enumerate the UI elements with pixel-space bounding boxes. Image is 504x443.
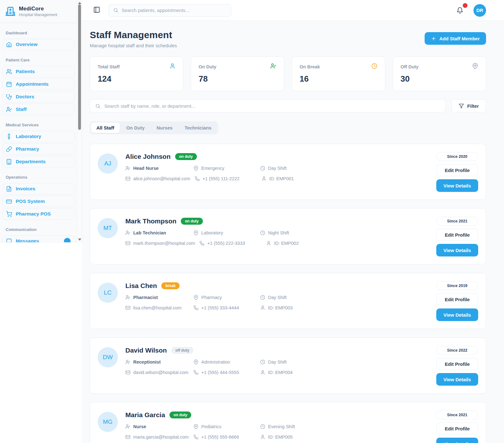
staff-card: AJ Alice Johnson on duty Head Nurse Emer… bbox=[90, 144, 486, 200]
scroll-down-icon[interactable] bbox=[78, 239, 81, 241]
view-details-button[interactable]: View Details bbox=[436, 373, 478, 386]
since-badge: Since 2021 bbox=[436, 217, 478, 226]
scroll-up-icon[interactable] bbox=[78, 2, 81, 4]
sidebar-item-label: Pharmacy bbox=[16, 146, 39, 152]
stat-card: On Duty 78 bbox=[191, 56, 284, 91]
sidebar-section-items: Invoices POS System Pharmacy POS bbox=[3, 183, 75, 220]
sidebar-content: MediCore Hospital Management Dashboard O… bbox=[0, 0, 77, 243]
since-badge: Since 2019 bbox=[436, 281, 478, 290]
sidebar-scrollbar[interactable] bbox=[77, 0, 82, 243]
staff-email: david.wilson@hospital.com bbox=[133, 370, 188, 375]
sidebar-item-appointments[interactable]: Appointments bbox=[3, 78, 75, 90]
status-badge: off duty bbox=[171, 347, 193, 354]
staff-card-list: AJ Alice Johnson on duty Head Nurse Emer… bbox=[90, 144, 486, 443]
sidebar-section-label: Medical Services bbox=[3, 123, 75, 128]
staff-phone: +1 (555) 444-5555 bbox=[201, 370, 239, 375]
tab-nurses[interactable]: Nurses bbox=[151, 123, 178, 133]
edit-profile-button[interactable]: Edit Profile bbox=[436, 229, 478, 241]
staff-phone: +1 (555) 222-3333 bbox=[207, 241, 245, 246]
brand-name: MediCore bbox=[19, 6, 57, 12]
status-badge: on duty bbox=[181, 218, 203, 225]
view-details-button[interactable]: View Details bbox=[436, 438, 478, 443]
staff-shift: Day Shift bbox=[268, 166, 287, 171]
add-staff-label: Add Staff Member bbox=[439, 36, 480, 41]
edit-profile-button[interactable]: Edit Profile bbox=[436, 293, 478, 305]
edit-profile-button[interactable]: Edit Profile bbox=[436, 423, 478, 434]
tab-technicians[interactable]: Technicians bbox=[179, 123, 217, 133]
sidebar-item-laboratory[interactable]: Laboratory bbox=[3, 131, 75, 142]
global-search-input[interactable] bbox=[122, 8, 226, 13]
tab-all-staff[interactable]: All Staff bbox=[91, 123, 120, 133]
stat-value: 124 bbox=[98, 74, 175, 84]
staff-department: Pediatrics bbox=[201, 424, 221, 429]
staff-shift: Day Shift bbox=[268, 360, 287, 365]
building-icon bbox=[6, 159, 12, 165]
sidebar-item-departments[interactable]: Departments bbox=[3, 156, 75, 167]
sidebar-section-items: Overview bbox=[3, 39, 75, 50]
staff-contact-row: david.wilson@hospital.com +1 (555) 444-5… bbox=[125, 370, 429, 375]
tab-on-duty[interactable]: On Duty bbox=[121, 123, 150, 133]
mail-icon bbox=[125, 434, 130, 440]
edit-profile-button[interactable]: Edit Profile bbox=[436, 164, 478, 176]
global-search bbox=[108, 4, 231, 17]
sidebar-section-items: Patients Appointments Doctors Staff bbox=[3, 66, 75, 115]
sidebar-toggle-button[interactable] bbox=[92, 6, 101, 15]
add-staff-button[interactable]: Add Staff Member bbox=[425, 32, 486, 45]
topbar-right: DR bbox=[455, 4, 486, 17]
map-pin-icon bbox=[472, 63, 478, 70]
staff-name: David Wilson bbox=[125, 347, 167, 354]
staff-department: Pharmacy bbox=[201, 295, 222, 300]
brand: MediCore Hospital Management bbox=[0, 0, 77, 23]
view-details-button[interactable]: View Details bbox=[436, 308, 478, 321]
brand-tagline: Hospital Management bbox=[19, 13, 57, 17]
view-details-button[interactable]: View Details bbox=[436, 244, 478, 256]
sidebar-item-pharmacy-pos[interactable]: Pharmacy POS bbox=[3, 208, 75, 220]
sidebar-section-label: Operations bbox=[3, 175, 75, 181]
sidebar-item-pos-system[interactable]: POS System bbox=[3, 196, 75, 207]
notifications-button[interactable] bbox=[455, 6, 465, 15]
clock-icon bbox=[371, 63, 377, 70]
search-icon bbox=[113, 8, 118, 13]
filter-label: Filter bbox=[467, 103, 479, 109]
view-details-button[interactable]: View Details bbox=[436, 179, 478, 192]
staff-id: ID: EMP003 bbox=[268, 305, 293, 310]
page-header: Staff Management Manage hospital staff a… bbox=[90, 30, 486, 48]
users-icon bbox=[6, 69, 12, 75]
sidebar-item-pharmacy[interactable]: Pharmacy bbox=[3, 143, 75, 155]
map-pin-icon bbox=[193, 424, 198, 429]
user-avatar[interactable]: DR bbox=[473, 4, 486, 17]
edit-profile-button[interactable]: Edit Profile bbox=[436, 358, 478, 370]
clock-icon bbox=[260, 230, 265, 235]
sidebar-item-overview[interactable]: Overview bbox=[3, 39, 75, 50]
user-check-icon bbox=[125, 360, 130, 365]
filter-button[interactable]: Filter bbox=[451, 99, 486, 112]
avatar: MG bbox=[98, 412, 118, 432]
staff-contact-row: alice.johnson@hospital.com +1 (555) 111-… bbox=[125, 176, 429, 181]
stethoscope-icon bbox=[6, 94, 12, 100]
user-icon bbox=[260, 305, 265, 310]
staff-email: lisa.chen@hospital.com bbox=[133, 305, 181, 310]
sidebar-item-label: Invoices bbox=[16, 186, 35, 192]
sidebar-item-invoices[interactable]: Invoices bbox=[3, 183, 75, 194]
sidebar-item-staff[interactable]: Staff bbox=[3, 104, 75, 115]
sidebar-item-label: Patients bbox=[16, 69, 35, 74]
brand-text: MediCore Hospital Management bbox=[19, 6, 57, 17]
home-icon bbox=[6, 42, 12, 48]
staff-search-input[interactable] bbox=[104, 103, 440, 109]
since-badge: Since 2022 bbox=[436, 346, 478, 355]
sidebar-item-messages[interactable]: Messages bbox=[3, 235, 75, 243]
staff-contact-row: lisa.chen@hospital.com +1 (555) 333-4444… bbox=[125, 305, 429, 310]
staff-shift: Night Shift bbox=[268, 230, 289, 235]
scrollbar-thumb[interactable] bbox=[78, 4, 81, 130]
sidebar-item-doctors[interactable]: Doctors bbox=[3, 91, 75, 102]
status-badge: on duty bbox=[169, 411, 191, 418]
stats-row: Total Staff 124 On Duty 78 On Break 16 O… bbox=[90, 56, 486, 91]
staff-search bbox=[90, 99, 446, 112]
staff-info-row: Pharmacist Pharmacy Day Shift bbox=[125, 295, 429, 300]
user-icon bbox=[260, 370, 265, 375]
sidebar: MediCore Hospital Management Dashboard O… bbox=[0, 0, 82, 243]
sidebar-item-patients[interactable]: Patients bbox=[3, 66, 75, 77]
status-badge: on duty bbox=[175, 153, 197, 160]
staff-info-row: Head Nurse Emergency Day Shift bbox=[125, 166, 429, 171]
map-pin-icon bbox=[193, 166, 198, 171]
